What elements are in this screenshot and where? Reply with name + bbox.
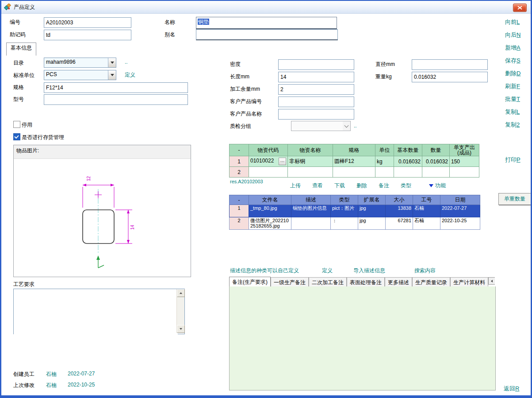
cell-qty[interactable]	[422, 167, 450, 178]
tab-secondary-processing[interactable]: 二次加工备注	[309, 277, 347, 286]
allowance-input[interactable]	[278, 84, 354, 95]
search-content-link[interactable]: 搜索内容	[414, 267, 436, 274]
cell-ext[interactable]: jpg	[358, 217, 386, 230]
cell-material-name[interactable]	[288, 167, 333, 178]
return-button[interactable]: 返回R	[504, 385, 519, 393]
cell-material-code[interactable]: …01010022	[249, 156, 288, 167]
upload-link[interactable]: 上传	[290, 182, 301, 189]
cell-size[interactable]: 13838	[386, 205, 413, 217]
scroll-up-button[interactable]	[177, 289, 185, 297]
tab-scroll-left-button[interactable]	[488, 277, 495, 285]
material-row[interactable]: 2	[230, 167, 479, 178]
unit-dropdown-button[interactable]	[108, 70, 116, 80]
cell-base-qty[interactable]	[394, 167, 422, 178]
cell-qty[interactable]: 0.016032	[422, 156, 450, 167]
name-input[interactable]: 铜垫	[196, 17, 337, 29]
save-button[interactable]: 保存S	[505, 57, 521, 65]
cell-type[interactable]: ：	[331, 217, 358, 230]
delete-button[interactable]: 删除D	[505, 70, 521, 78]
catalog-select[interactable]: maham9896	[44, 58, 116, 68]
catalog-more-link[interactable]: ..	[125, 59, 128, 65]
cell-ext[interactable]: jpg	[358, 205, 386, 217]
tab-production-remarks[interactable]: 备注(生产要求)	[229, 277, 271, 287]
cell-unit[interactable]: kg	[375, 156, 394, 167]
unit-weight-qty-button[interactable]: 单重数量	[498, 193, 531, 205]
add-button[interactable]: 新增A	[505, 44, 521, 52]
function-link[interactable]: 功能	[435, 182, 446, 189]
cell-worker[interactable]: 石楠	[413, 205, 440, 217]
prev-button[interactable]: 向前L	[505, 18, 521, 27]
tab-more-description[interactable]: 更多描述	[385, 277, 412, 286]
tab-quality-records[interactable]: 生产质量记录	[412, 277, 450, 286]
print-button[interactable]: 打印P	[505, 156, 521, 164]
cell-date[interactable]: 2022-10-25	[440, 217, 480, 230]
code-input[interactable]	[44, 17, 131, 28]
qc-group-select[interactable]	[291, 121, 351, 131]
delete-file-link[interactable]: 删除	[356, 182, 367, 189]
next-button[interactable]: 向后N	[505, 31, 521, 39]
cell-file-name[interactable]: _tmp_80.jpg	[249, 205, 291, 217]
qc-group-more-link[interactable]: ..	[354, 123, 357, 129]
cell-per-unit-output[interactable]	[450, 167, 479, 178]
cell-spec[interactable]: 圆棒F12	[333, 156, 375, 167]
weight-input[interactable]	[412, 72, 488, 82]
cell-material-name[interactable]: 非标铜	[288, 156, 333, 167]
catalog-dropdown-button[interactable]	[108, 58, 116, 67]
import-description-link[interactable]: 导入描述信息	[353, 267, 385, 274]
close-button[interactable]	[513, 4, 527, 12]
view-link[interactable]: 查看	[312, 182, 323, 189]
refresh-button[interactable]: 刷新F	[505, 82, 521, 91]
cell-description[interactable]	[291, 217, 331, 230]
ellipsis-button[interactable]: …	[279, 158, 286, 165]
file-row-selected[interactable]: 1 _tmp_80.jpg 铜垫的图片信息 pict：图片 jpg 13838 …	[230, 205, 480, 217]
cell-per-unit-output[interactable]: 150	[450, 156, 479, 167]
cell-base-qty[interactable]: 0.016032	[394, 156, 422, 167]
copy2-button[interactable]: 复制2	[505, 121, 521, 129]
length-input[interactable]	[278, 72, 354, 82]
alias-input[interactable]	[196, 29, 338, 40]
customer-name-input[interactable]	[278, 109, 354, 120]
model-input[interactable]	[44, 94, 188, 105]
qc-group-value	[291, 121, 343, 131]
description-define-link[interactable]: 定义	[322, 267, 333, 274]
scrollbar[interactable]	[176, 289, 184, 333]
mnemonic-input[interactable]	[44, 30, 131, 40]
qc-group-dropdown-button[interactable]	[343, 121, 350, 131]
tab-basic-info[interactable]: 基本信息	[6, 43, 36, 56]
cell-date[interactable]: 2022-07-27	[440, 205, 480, 217]
inventory-mgmt-checkbox[interactable]	[13, 133, 20, 140]
cell-spec[interactable]	[333, 167, 375, 178]
description-content-area[interactable]	[229, 286, 496, 390]
cell-description[interactable]: 铜垫的图片信息	[291, 205, 331, 217]
tab-level1-remarks[interactable]: 一级生产备注	[271, 277, 309, 286]
row-number-cell[interactable]: 2	[230, 167, 249, 178]
spec-input[interactable]	[44, 82, 188, 93]
process-req-textarea[interactable]	[14, 289, 178, 335]
row-number-cell[interactable]: 1	[230, 156, 249, 167]
file-row[interactable]: 2 微信图片_20221025182655.jpg ： jpg 67281 石楠…	[230, 217, 480, 230]
remark-link[interactable]: 备注	[379, 182, 389, 189]
cell-file-name[interactable]: 微信图片_20221025182655.jpg	[249, 217, 291, 230]
density-input[interactable]	[278, 59, 354, 70]
diameter-input[interactable]	[412, 59, 488, 70]
download-link[interactable]: 下载	[334, 182, 345, 189]
unit-select[interactable]: PCS	[44, 70, 116, 80]
tab-material-calculation[interactable]: 生产计算材料	[450, 277, 488, 286]
material-row[interactable]: 1 …01010022 非标铜 圆棒F12 kg 0.016032 0.0160…	[230, 156, 479, 167]
copy-button[interactable]: 复制L	[505, 108, 521, 116]
scroll-down-button[interactable]	[177, 325, 185, 333]
row-number-cell[interactable]: 1	[230, 205, 249, 217]
unit-define-link[interactable]: 定义	[125, 71, 135, 79]
tab-surface-treatment[interactable]: 表面处理备注	[347, 277, 385, 286]
row-number-cell[interactable]: 2	[230, 217, 249, 230]
disabled-checkbox[interactable]	[13, 121, 20, 128]
cell-size[interactable]: 67281	[386, 217, 413, 230]
batch-button[interactable]: 批量T	[505, 95, 521, 104]
cell-unit[interactable]	[375, 167, 394, 178]
type-link[interactable]: 类型	[401, 182, 411, 189]
customer-no-input[interactable]	[278, 97, 354, 107]
function-menu[interactable]: 功能	[429, 182, 446, 189]
cell-worker[interactable]: 石楠	[413, 217, 440, 230]
cell-material-code[interactable]	[249, 167, 288, 178]
cell-type[interactable]: pict：图片	[331, 205, 358, 217]
